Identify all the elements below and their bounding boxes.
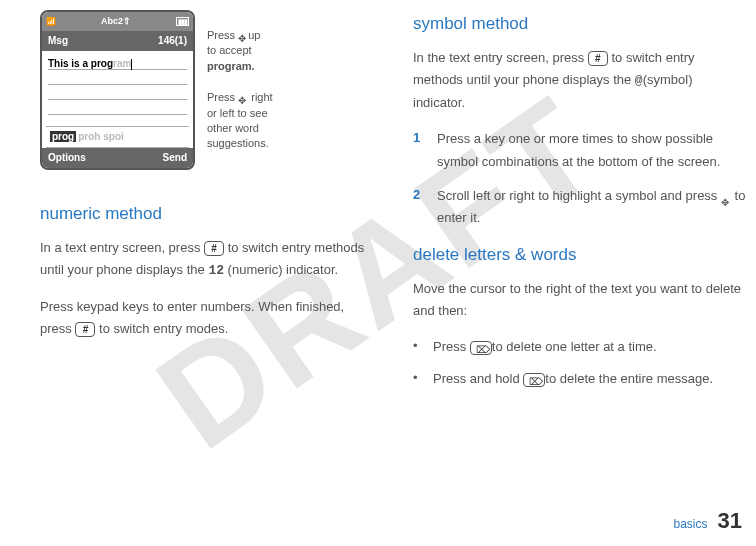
anno2-dir: right <box>248 91 272 103</box>
title-left: Msg <box>48 33 68 49</box>
predicted-suffix: ram <box>113 58 131 69</box>
typed-text: This is a prog <box>48 58 113 69</box>
sym-p1a: In the text entry screen, press <box>413 50 588 65</box>
anno2-l3: or left to see <box>207 107 268 119</box>
entry-line-1: This is a program <box>48 55 187 70</box>
numeric-paragraph-2: Press keypad keys to enter numbers. When… <box>40 296 373 340</box>
step-1-number: 1 <box>413 128 437 172</box>
input-mode-indicator: Abc2⇧ <box>56 14 176 28</box>
bullet-1-text: Press to delete one letter at a time. <box>433 336 657 358</box>
anno1-word: program. <box>207 60 255 72</box>
entry-line-4 <box>48 100 187 115</box>
phone-status-bar: Abc2⇧ <box>42 12 193 31</box>
b1b: to delete one letter at a time. <box>492 339 657 354</box>
num-p2b: to switch entry modes. <box>95 321 228 336</box>
bullet-dot: • <box>413 368 433 390</box>
annotation-2: Press right or left to see other word su… <box>207 90 273 152</box>
footer-section-label: basics <box>674 515 708 534</box>
dpad-center-icon <box>721 191 731 201</box>
b2b: to delete the entire message. <box>545 371 713 386</box>
hash-key-icon: # <box>75 322 95 337</box>
left-softkey: Options <box>48 150 86 166</box>
text-entry-area: This is a program <box>42 51 193 126</box>
title-right: 146(1) <box>158 33 187 49</box>
b2a: Press and hold <box>433 371 523 386</box>
softkey-bar: Options Send <box>42 148 193 168</box>
phone-title-bar: Msg 146(1) <box>42 31 193 51</box>
heading-symbol-method: symbol method <box>413 10 746 37</box>
anno2-l5: suggestions. <box>207 137 269 149</box>
delete-key-icon <box>523 373 545 387</box>
anno2-l4: other word <box>207 122 259 134</box>
dpad-icon <box>238 93 248 103</box>
battery-icon <box>176 14 189 28</box>
heading-numeric-method: numeric method <box>40 200 373 227</box>
phone-annotations: Press up to accept program. Press right … <box>207 10 273 170</box>
delete-key-icon <box>470 341 492 355</box>
anno1-l3: to accept <box>207 44 252 56</box>
numeric-paragraph-1: In a text entry screen, press # to switc… <box>40 237 373 282</box>
heading-delete: delete letters & words <box>413 241 746 268</box>
suggestion-bar: progproh spoi <box>46 126 189 148</box>
hash-key-icon: # <box>588 51 608 66</box>
signal-icon <box>46 14 56 29</box>
right-column: symbol method In the text entry screen, … <box>413 10 746 400</box>
other-suggestions: proh spoi <box>78 131 124 142</box>
page-number: 31 <box>718 503 742 538</box>
phone-mockup: Abc2⇧ Msg 146(1) This is a program pro <box>40 10 195 170</box>
symbol-paragraph-1: In the text entry screen, press # to swi… <box>413 47 746 114</box>
anno2-pre: Press <box>207 91 238 103</box>
num-p1c: (numeric) indicator. <box>224 262 338 277</box>
dpad-icon <box>238 31 248 41</box>
bullet-2-text: Press and hold to delete the entire mess… <box>433 368 713 390</box>
hash-key-icon: # <box>204 241 224 256</box>
bullet-1: • Press to delete one letter at a time. <box>413 336 746 358</box>
bullet-2: • Press and hold to delete the entire me… <box>413 368 746 390</box>
page-footer: basics 31 <box>674 503 743 538</box>
left-column: Abc2⇧ Msg 146(1) This is a program pro <box>40 10 373 400</box>
entry-line-3 <box>48 85 187 100</box>
anno1-dir: up <box>248 29 260 41</box>
right-softkey: Send <box>163 150 187 166</box>
selected-suggestion: prog <box>50 131 76 142</box>
bullet-dot: • <box>413 336 433 358</box>
step-2-text: Scroll left or right to highlight a symb… <box>437 185 746 229</box>
annotation-1: Press up to accept program. <box>207 28 273 74</box>
text-caret <box>131 59 132 70</box>
step-1: 1 Press a key one or more times to show … <box>413 128 746 172</box>
num-p1a: In a text entry screen, press <box>40 240 204 255</box>
delete-intro: Move the cursor to the right of the text… <box>413 278 746 322</box>
step-2: 2 Scroll left or right to highlight a sy… <box>413 185 746 229</box>
b1a: Press <box>433 339 470 354</box>
symbol-indicator: @ <box>635 73 643 88</box>
step2a: Scroll left or right to highlight a symb… <box>437 188 721 203</box>
numeric-indicator: 12 <box>208 263 224 278</box>
anno1-pre: Press <box>207 29 238 41</box>
step-2-number: 2 <box>413 185 437 229</box>
step-1-text: Press a key one or more times to show po… <box>437 128 746 172</box>
entry-line-2 <box>48 70 187 85</box>
